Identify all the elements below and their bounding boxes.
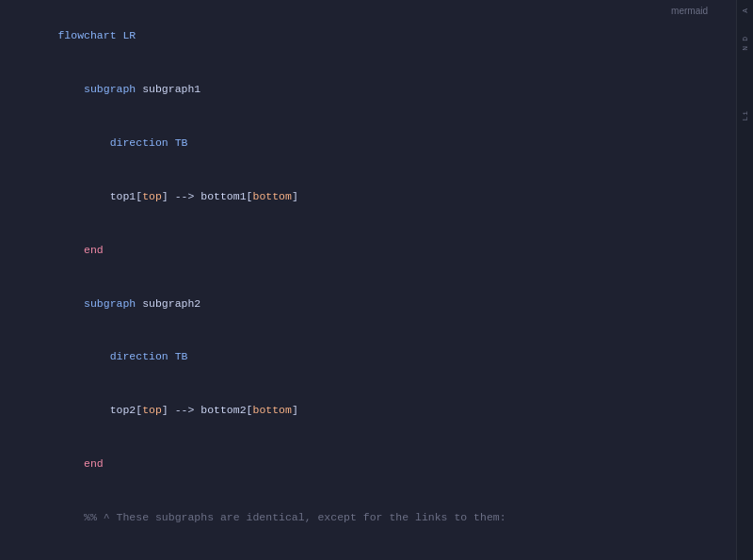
code-line-7: direction TB	[19, 330, 721, 384]
code-line-2: subgraph subgraph1	[19, 63, 721, 117]
main-area: mermaid flowchart LR subgraph subgraph1 …	[0, 0, 736, 560]
code-line-8: top2[top] --> bottom2[bottom]	[19, 384, 721, 438]
code-line-6: subgraph subgraph2	[19, 278, 721, 331]
code-section: mermaid flowchart LR subgraph subgraph1 …	[0, 0, 736, 560]
code-line-10: %% ^ These subgraphs are identical, exce…	[19, 491, 721, 545]
right-sidebar: A D N Li	[736, 0, 753, 560]
code-line-5: end	[19, 224, 721, 278]
code-line-3: direction TB	[19, 117, 721, 170]
keyword-flowchart: flowchart LR	[57, 29, 136, 41]
code-line-4: top1[top] --> bottom1[bottom]	[19, 170, 721, 224]
mermaid-label: mermaid	[671, 6, 708, 16]
code-line-9: end	[19, 438, 721, 491]
sidebar-item-li[interactable]: Li	[741, 110, 749, 121]
sidebar-item-d[interactable]: D	[741, 36, 749, 41]
sidebar-item-a[interactable]: A	[741, 8, 749, 13]
code-line-1: flowchart LR	[19, 9, 721, 63]
code-line-11	[19, 545, 721, 560]
sidebar-item-n[interactable]: N	[741, 45, 749, 51]
